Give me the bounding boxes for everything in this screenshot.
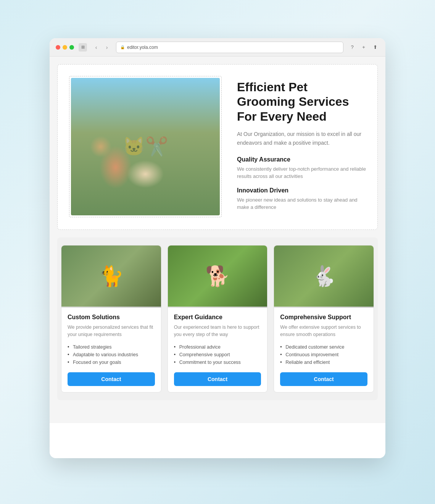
hero-section: Efficient Pet Grooming Services For Ever… — [57, 64, 378, 230]
feature-innovation-desc: We pioneer new ideas and solutions to st… — [237, 196, 366, 211]
share-icon[interactable]: ⬆ — [371, 43, 379, 52]
list-item: Comprehensive support — [174, 351, 261, 359]
url-text: editor.yola.com — [127, 45, 158, 50]
card-cat-image — [61, 246, 161, 307]
minimize-button[interactable] — [63, 45, 67, 50]
maximize-button[interactable] — [69, 45, 74, 50]
list-item: Tailored strategies — [68, 343, 155, 351]
hero-description: At Our Organization, our mission is to e… — [237, 130, 366, 147]
card-expert-list: Professional advice Comprehensive suppor… — [174, 343, 261, 366]
hero-image-container — [69, 76, 222, 217]
help-icon[interactable]: ? — [348, 43, 356, 52]
bottom-spacer — [57, 400, 378, 415]
card-expert-title: Expert Guidance — [174, 314, 261, 321]
card-expert-body: Expert Guidance Our experienced team is … — [168, 308, 267, 393]
browser-actions: ? + ⬆ — [348, 43, 379, 52]
list-item: Focused on your goals — [68, 359, 155, 366]
card-dog-image — [168, 246, 267, 307]
card-custom-body: Custom Solutions We provide personalized… — [61, 308, 161, 393]
contact-button-1[interactable]: Contact — [68, 372, 155, 386]
card-custom-desc: We provide personalized services that fi… — [68, 324, 155, 338]
list-item: Commitment to your success — [174, 359, 261, 366]
back-button[interactable]: ‹ — [92, 43, 101, 52]
card-support-list: Dedicated customer service Continuous im… — [280, 343, 367, 366]
cards-grid: Custom Solutions We provide personalized… — [61, 245, 374, 393]
lock-icon: 🔒 — [120, 45, 125, 49]
feature-innovation: Innovation Driven We pioneer new ideas a… — [237, 187, 366, 211]
hero-text: Efficient Pet Grooming Services For Ever… — [237, 76, 366, 218]
card-expert-guidance: Expert Guidance Our experienced team is … — [168, 245, 268, 393]
address-bar[interactable]: 🔒 editor.yola.com — [116, 42, 343, 53]
list-item: Continuous improvement — [280, 351, 367, 359]
list-item: Adaptable to various industries — [68, 351, 155, 359]
traffic-lights — [56, 45, 74, 50]
add-icon[interactable]: + — [359, 43, 368, 52]
list-item: Dedicated customer service — [280, 343, 367, 351]
browser-window: ⊞ ‹ › 🔒 editor.yola.com ? + ⬆ Efficient … — [50, 38, 385, 458]
card-support-title: Comprehensive Support — [280, 314, 367, 321]
hero-image — [71, 78, 220, 215]
cards-section: Custom Solutions We provide personalized… — [57, 237, 378, 401]
feature-quality-desc: We consistently deliver top-notch perfor… — [237, 165, 366, 180]
list-item: Professional advice — [174, 343, 261, 351]
card-rabbit-image — [274, 246, 374, 307]
sidebar-toggle-icon[interactable]: ⊞ — [79, 43, 87, 52]
contact-button-2[interactable]: Contact — [174, 372, 261, 386]
feature-quality-title: Quality Assurance — [237, 156, 366, 163]
hero-title: Efficient Pet Grooming Services For Ever… — [237, 80, 366, 124]
page-content: Efficient Pet Grooming Services For Ever… — [50, 57, 385, 423]
card-expert-desc: Our experienced team is here to support … — [174, 324, 261, 338]
browser-chrome: ⊞ ‹ › 🔒 editor.yola.com ? + ⬆ — [50, 38, 385, 57]
card-custom-list: Tailored strategies Adaptable to various… — [68, 343, 155, 366]
card-custom-title: Custom Solutions — [68, 314, 155, 321]
card-support-body: Comprehensive Support We offer extensive… — [274, 308, 374, 393]
card-support-desc: We offer extensive support services to e… — [280, 324, 367, 338]
feature-innovation-title: Innovation Driven — [237, 187, 366, 194]
close-button[interactable] — [56, 45, 60, 50]
list-item: Reliable and efficient — [280, 359, 367, 366]
contact-button-3[interactable]: Contact — [280, 372, 367, 386]
forward-button[interactable]: › — [102, 43, 111, 52]
card-custom-solutions: Custom Solutions We provide personalized… — [61, 245, 161, 393]
browser-nav: ‹ › — [92, 43, 111, 52]
card-comprehensive-support: Comprehensive Support We offer extensive… — [274, 245, 374, 393]
feature-quality: Quality Assurance We consistently delive… — [237, 156, 366, 180]
